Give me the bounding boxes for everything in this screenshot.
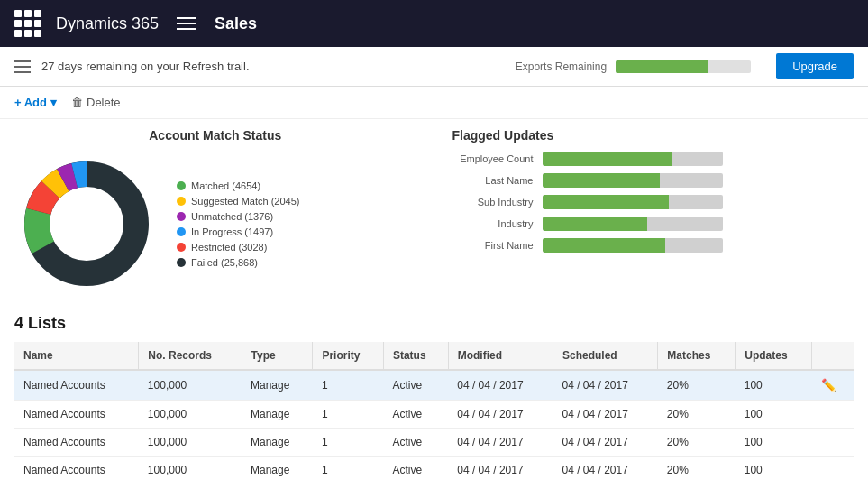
data-table: Name No. Records Type Priority Status Mo…	[14, 342, 854, 484]
svg-point-6	[50, 188, 123, 260]
bar-row-industry: Industry	[452, 217, 854, 231]
cell-modified: 04 / 04 / 2017	[448, 429, 553, 457]
cell-status: Active	[383, 370, 448, 401]
donut-chart-title: Account Match Status	[14, 128, 416, 143]
legend-label-unmatched: Unmatched (1376)	[191, 211, 273, 222]
col-header-records: No. Records	[139, 342, 242, 370]
col-header-status: Status	[383, 342, 448, 370]
refresh-text: 27 days remaining on your Refresh trail.	[41, 60, 505, 73]
col-header-name: Name	[14, 342, 139, 370]
bar-track-last-name	[543, 173, 723, 188]
cell-updates[interactable]: 100	[736, 457, 812, 484]
legend-label-suggested: Suggested Match (2045)	[191, 196, 299, 207]
app-name: Dynamics 365	[56, 14, 159, 33]
cell-scheduled: 04 / 04 / 2017	[553, 429, 658, 457]
charts-row: Account Match Status	[14, 128, 854, 296]
legend-inprogress: In Progress (1497)	[177, 226, 299, 237]
exports-label: Exports Remaining	[516, 60, 607, 73]
cell-records: 100,000	[139, 370, 242, 401]
cell-scheduled: 04 / 04 / 2017	[553, 370, 658, 401]
edit-icon[interactable]: ✏️	[821, 378, 836, 392]
delete-button[interactable]: 🗑 Delete	[71, 96, 121, 109]
add-button[interactable]: + Add ▾	[14, 96, 57, 109]
cell-scheduled: 04 / 04 / 2017	[553, 457, 658, 484]
legend-label-matched: Matched (4654)	[191, 180, 260, 191]
cell-edit[interactable]	[812, 401, 854, 429]
cell-scheduled: 04 / 04 / 2017	[553, 401, 658, 429]
cell-priority: 1	[313, 370, 383, 401]
cell-edit[interactable]: ✏️	[812, 370, 854, 401]
cell-name[interactable]: Named Accounts	[14, 401, 139, 429]
legend-dot-restricted	[177, 243, 186, 252]
cell-modified: 04 / 04 / 2017	[448, 457, 553, 484]
cell-edit[interactable]	[812, 429, 854, 457]
col-header-type: Type	[242, 342, 313, 370]
cell-matches[interactable]: 20%	[658, 429, 736, 457]
donut-wrapper: Matched (4654) Suggested Match (2045) Un…	[14, 152, 416, 296]
bar-fill-employee-count	[543, 152, 672, 166]
bar-fill-sub-industry	[543, 195, 669, 209]
bar-row-last-name: Last Name	[452, 173, 854, 188]
cell-records: 100,000	[139, 457, 242, 484]
sub-header: 27 days remaining on your Refresh trail.…	[0, 47, 868, 87]
cell-matches[interactable]: 20%	[658, 401, 736, 429]
cell-records: 100,000	[139, 401, 242, 429]
legend-dot-unmatched	[177, 212, 186, 221]
cell-name[interactable]: Named Accounts	[14, 457, 139, 484]
legend-label-inprogress: In Progress (1497)	[191, 226, 273, 237]
bar-fill-first-name	[543, 238, 665, 253]
bar-track-first-name	[543, 238, 723, 253]
table-header-row: Name No. Records Type Priority Status Mo…	[14, 342, 854, 370]
cell-type: Manage	[242, 429, 313, 457]
legend-matched: Matched (4654)	[177, 180, 299, 191]
bar-track-industry	[543, 217, 723, 231]
bar-label-employee-count: Employee Count	[452, 153, 534, 164]
cell-name[interactable]: Named Accounts	[14, 429, 139, 457]
table-row: Named Accounts 100,000 Manage 1 Active 0…	[14, 429, 854, 457]
exports-bar-fill	[616, 60, 708, 73]
cell-name[interactable]: Named Accounts	[14, 370, 139, 401]
exports-bar-container	[616, 60, 751, 73]
legend-dot-suggested	[177, 197, 186, 206]
cell-updates[interactable]: 100	[736, 429, 812, 457]
sub-header-menu-icon[interactable]	[14, 60, 31, 73]
legend-label-failed: Failed (25,868)	[191, 257, 258, 268]
cell-matches[interactable]: 20%	[658, 457, 736, 484]
cell-priority: 1	[313, 429, 383, 457]
exports-section: Exports Remaining	[516, 60, 751, 73]
cell-updates[interactable]: 100	[736, 401, 812, 429]
cell-status: Active	[383, 429, 448, 457]
hamburger-menu-button[interactable]	[173, 14, 200, 33]
cell-type: Manage	[242, 401, 313, 429]
col-header-priority: Priority	[313, 342, 383, 370]
cell-updates[interactable]: 100	[736, 370, 812, 401]
legend-suggested: Suggested Match (2045)	[177, 196, 299, 207]
cell-priority: 1	[313, 457, 383, 484]
bar-label-sub-industry: Sub Industry	[452, 197, 534, 208]
donut-chart-section: Account Match Status	[14, 128, 416, 296]
cell-edit[interactable]	[812, 457, 854, 484]
legend-restricted: Restricted (3028)	[177, 242, 299, 253]
legend-dot-inprogress	[177, 227, 186, 236]
add-chevron-icon: ▾	[50, 96, 57, 109]
donut-legend: Matched (4654) Suggested Match (2045) Un…	[177, 180, 299, 268]
upgrade-button[interactable]: Upgrade	[776, 53, 854, 79]
top-navigation: Dynamics 365 Sales	[0, 0, 868, 47]
cell-modified: 04 / 04 / 2017	[448, 370, 553, 401]
toolbar: + Add ▾ 🗑 Delete	[0, 87, 868, 119]
bar-label-industry: Industry	[452, 218, 534, 229]
col-header-modified: Modified	[448, 342, 553, 370]
trash-icon: 🗑	[71, 96, 83, 109]
module-name: Sales	[215, 14, 257, 33]
cell-matches[interactable]: 20%	[658, 370, 736, 401]
bar-fill-industry	[543, 217, 647, 231]
legend-failed: Failed (25,868)	[177, 257, 299, 268]
table-row: Named Accounts 100,000 Manage 1 Active 0…	[14, 370, 854, 401]
bar-track-employee-count	[543, 152, 723, 166]
col-header-matches: Matches	[658, 342, 736, 370]
main-content: Account Match Status	[0, 119, 868, 489]
delete-label: Delete	[87, 96, 121, 109]
cell-modified: 04 / 04 / 2017	[448, 401, 553, 429]
bar-label-last-name: Last Name	[452, 175, 534, 186]
waffle-menu-icon[interactable]	[14, 10, 41, 37]
